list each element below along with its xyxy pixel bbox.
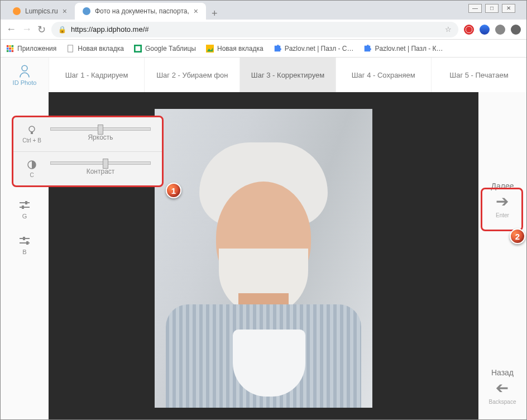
- svg-rect-3: [7, 47, 9, 50]
- callout-marker-1: 1: [166, 183, 181, 198]
- step-label: Шаг 3 - Корректируем: [251, 71, 324, 79]
- contrast-row: C Контраст: [13, 151, 162, 186]
- url-text: https://app.idphoto.me/#: [71, 25, 148, 34]
- step-tab-5[interactable]: Шаг 5 - Печатаем: [431, 58, 526, 92]
- slider-thumb[interactable]: [103, 159, 108, 169]
- back-label: Назад: [491, 368, 514, 377]
- brightness-slider[interactable]: Яркость: [45, 127, 156, 141]
- brightness-tool[interactable]: Ctrl + B: [19, 125, 45, 144]
- sliders-icon: [18, 236, 31, 246]
- step-tab-3[interactable]: Шаг 3 - Корректируем: [239, 58, 335, 92]
- slider-label: Яркость: [88, 133, 113, 141]
- bookmark-label: Новая вкладка: [78, 45, 124, 52]
- bookmarks-bar: Приложения Новая вкладка Google Таблицы …: [1, 40, 526, 58]
- new-tab-button[interactable]: +: [206, 8, 223, 20]
- profile-avatar[interactable]: [495, 25, 505, 35]
- browser-tab[interactable]: Lumpics.ru ×: [5, 3, 75, 20]
- svg-point-14: [22, 65, 27, 71]
- contrast-tool[interactable]: C: [19, 159, 45, 178]
- bulb-icon: [26, 125, 37, 136]
- photo-preview: [155, 109, 372, 408]
- tool-b[interactable]: B: [18, 236, 31, 255]
- forward-button[interactable]: →: [22, 23, 32, 35]
- svg-rect-8: [12, 50, 14, 52]
- slider-track[interactable]: [50, 127, 151, 131]
- svg-rect-6: [7, 50, 9, 52]
- puzzle-icon: [274, 45, 281, 52]
- picture-icon: [206, 45, 214, 52]
- svg-rect-7: [9, 50, 11, 52]
- svg-rect-9: [68, 45, 73, 51]
- menu-icon[interactable]: [511, 25, 521, 35]
- app-logo[interactable]: ID Photo: [1, 58, 49, 92]
- browser-toolbar: ← → ↻ 🔒 https://app.idphoto.me/# ☆: [1, 20, 526, 40]
- bookmark-star-icon[interactable]: ☆: [445, 25, 452, 34]
- back-hint: Backspace: [489, 399, 516, 405]
- bookmark-item[interactable]: Google Таблицы: [134, 45, 196, 52]
- slider-track[interactable]: [50, 161, 151, 165]
- bookmark-item[interactable]: Pazlov.net | Пазл - К…: [363, 45, 443, 52]
- close-tab-icon[interactable]: ×: [63, 7, 67, 16]
- step-label: Шаг 1 - Кадрируем: [65, 71, 128, 79]
- svg-rect-22: [22, 206, 24, 209]
- document-icon: [66, 45, 74, 52]
- tab-title: Фото на документы, паспорта,: [95, 7, 189, 15]
- contrast-slider[interactable]: Контраст: [45, 161, 156, 175]
- brightness-row: Ctrl + B Яркость: [13, 117, 162, 151]
- slider-thumb[interactable]: [98, 125, 103, 135]
- shortcut-label: C: [30, 172, 33, 178]
- step-label: Шаг 2 - Убираем фон: [156, 71, 228, 79]
- reload-button[interactable]: ↻: [37, 23, 46, 36]
- puzzle-icon: [363, 45, 371, 52]
- bookmark-item[interactable]: Pazlov.net | Пазл - С…: [274, 45, 354, 52]
- step-label: Шаг 4 - Сохраняем: [352, 71, 415, 79]
- favicon-icon: [83, 7, 90, 15]
- back-step-button[interactable]: Назад ➔ Backspace: [489, 368, 516, 405]
- slider-label: Контраст: [87, 168, 115, 175]
- svg-rect-11: [136, 46, 141, 51]
- tool-label: G: [22, 213, 27, 219]
- contrast-icon: [26, 159, 37, 170]
- svg-point-27: [29, 126, 35, 132]
- svg-rect-1: [9, 45, 11, 47]
- svg-rect-4: [9, 47, 11, 50]
- tool-g[interactable]: G: [18, 201, 31, 219]
- callout-highlight-next: [481, 188, 523, 231]
- sheets-icon: [134, 45, 142, 52]
- logo-label: ID Photo: [13, 79, 37, 86]
- apps-icon: [6, 45, 14, 52]
- maximize-button[interactable]: □: [485, 4, 499, 13]
- back-button[interactable]: ←: [6, 23, 16, 35]
- minimize-button[interactable]: —: [468, 4, 482, 13]
- bookmark-label: Новая вкладка: [217, 45, 264, 52]
- shortcut-label: Ctrl + B: [22, 137, 41, 144]
- step-tab-1[interactable]: Шаг 1 - Кадрируем: [49, 58, 144, 92]
- step-tab-2[interactable]: Шаг 2 - Убираем фон: [144, 58, 239, 92]
- svg-rect-2: [12, 45, 14, 47]
- bookmark-label: Pazlov.net | Пазл - К…: [375, 45, 443, 52]
- svg-rect-28: [31, 132, 33, 134]
- bookmark-label: Приложения: [17, 45, 56, 52]
- tool-label: B: [22, 249, 26, 255]
- svg-rect-26: [26, 241, 28, 245]
- favicon-icon: [13, 7, 21, 15]
- extension-icon[interactable]: [464, 25, 474, 35]
- lock-icon: 🔒: [58, 26, 66, 34]
- browser-tab[interactable]: Фото на документы, паспорта, ×: [75, 3, 206, 20]
- svg-rect-24: [23, 237, 25, 240]
- brightness-contrast-panel: Ctrl + B Яркость C Контраст: [12, 116, 164, 187]
- bookmark-label: Pazlov.net | Пазл - С…: [285, 45, 354, 52]
- bookmark-item[interactable]: Новая вкладка: [206, 45, 264, 52]
- step-tab-4[interactable]: Шаг 4 - Сохраняем: [336, 58, 431, 92]
- app-steps-nav: ID Photo Шаг 1 - Кадрируем Шаг 2 - Убира…: [1, 58, 526, 92]
- arrow-left-icon: ➔: [496, 379, 509, 397]
- extension-icon[interactable]: [480, 25, 490, 35]
- right-nav-column: Далее ➔ Enter Назад ➔ Backspace: [478, 92, 526, 420]
- close-window-button[interactable]: ✕: [502, 4, 515, 13]
- svg-rect-5: [12, 47, 14, 50]
- close-tab-icon[interactable]: ×: [194, 7, 198, 16]
- apps-shortcut[interactable]: Приложения: [6, 45, 56, 52]
- address-bar[interactable]: 🔒 https://app.idphoto.me/# ☆: [51, 22, 458, 37]
- bookmark-item[interactable]: Новая вкладка: [66, 45, 124, 52]
- browser-tabstrip: Lumpics.ru × Фото на документы, паспорта…: [1, 1, 526, 20]
